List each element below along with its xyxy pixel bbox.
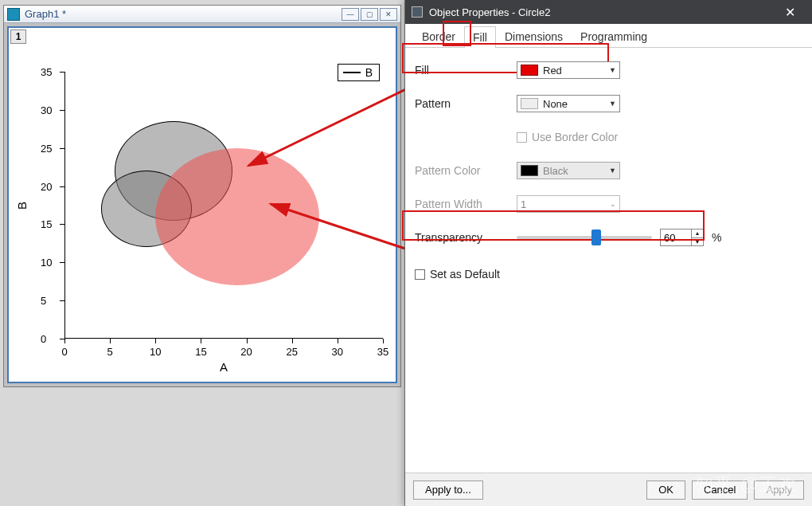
tick-label-y: 30	[41, 104, 52, 116]
pattern-swatch	[521, 98, 538, 109]
pattern-color-swatch	[521, 165, 538, 176]
tick-y	[60, 110, 64, 111]
dialog-content: Fill Red ▼ Pattern None ▼ Use Border Col…	[405, 48, 812, 473]
pattern-color-combo: Black ▼	[517, 162, 620, 179]
graph-body: 1 B A B 0510152025303505101520253035	[7, 26, 397, 383]
graph-title: Graph1 *	[25, 8, 342, 20]
transparency-slider[interactable]	[517, 236, 652, 239]
pattern-combo[interactable]: None ▼	[517, 95, 620, 112]
fill-combo[interactable]: Red ▼	[517, 61, 620, 79]
chevron-down-icon: ▼	[609, 167, 616, 175]
tick-label-x: 35	[377, 346, 388, 358]
tick-label-x: 30	[332, 346, 343, 358]
close-button[interactable]: ✕	[380, 8, 397, 21]
chevron-down-icon: ▼	[609, 66, 616, 74]
dialog-title: Object Properties - Circle2	[429, 6, 774, 18]
graph-icon	[7, 8, 20, 21]
tick-x	[201, 339, 201, 343]
dialog-footer: Apply to... OK Cancel Apply	[405, 473, 812, 506]
close-icon[interactable]: ✕	[774, 5, 806, 20]
checkbox-box	[517, 132, 527, 143]
tick-label-y: 10	[41, 257, 52, 269]
axis-label-x: A	[220, 360, 228, 374]
cancel-button[interactable]: Cancel	[692, 481, 748, 500]
shape-circle2[interactable]	[155, 148, 319, 285]
tick-y	[60, 262, 64, 263]
tick-x	[155, 339, 156, 343]
tick-label-y: 25	[41, 142, 52, 154]
tick-label-y: 5	[41, 295, 46, 307]
tick-label-y: 0	[41, 333, 46, 345]
tick-label-x: 10	[150, 346, 161, 358]
apply-to-button[interactable]: Apply to...	[413, 481, 483, 500]
tick-y	[60, 148, 64, 149]
chevron-down-icon: ⌄	[610, 200, 616, 208]
tick-label-y: 15	[41, 218, 52, 230]
tick-y	[60, 72, 64, 73]
pattern-value: None	[543, 98, 604, 110]
pattern-width-value: 1	[521, 198, 607, 210]
pattern-color-label: Pattern Color	[415, 164, 509, 177]
maximize-button[interactable]: ▢	[361, 8, 378, 21]
pattern-color-value: Black	[543, 165, 604, 177]
axis-label-y: B	[15, 201, 29, 209]
object-properties-dialog: Object Properties - Circle2 ✕ BorderFill…	[404, 0, 812, 506]
tick-x	[338, 339, 338, 343]
tick-x	[383, 339, 384, 343]
tick-x	[247, 339, 248, 343]
tick-y	[60, 300, 64, 301]
use-border-color-checkbox: Use Border Color	[517, 131, 618, 143]
pattern-width-label: Pattern Width	[415, 198, 509, 210]
set-default-label: Set as Default	[430, 268, 500, 280]
tick-label-x: 20	[240, 346, 252, 358]
graph-titlebar[interactable]: Graph1 * — ▢ ✕	[4, 6, 400, 23]
tick-label-x: 5	[107, 346, 113, 358]
set-default-checkbox[interactable]: Set as Default	[415, 268, 500, 280]
tick-label-x: 0	[61, 346, 67, 358]
layer-tab[interactable]: 1	[10, 29, 26, 44]
fill-swatch	[521, 65, 538, 76]
tick-label-x: 15	[195, 346, 206, 358]
minimize-button[interactable]: —	[342, 8, 359, 21]
tick-y	[60, 339, 64, 339]
chevron-down-icon: ▼	[609, 100, 616, 108]
tick-x	[64, 339, 65, 343]
use-border-color-label: Use Border Color	[532, 131, 618, 143]
dialog-icon	[412, 6, 423, 18]
checkbox-box	[415, 269, 425, 280]
fill-value: Red	[543, 65, 604, 76]
tick-y	[60, 224, 64, 225]
tick-label-x: 25	[286, 346, 297, 358]
tick-y	[60, 186, 64, 187]
transparency-unit: %	[712, 231, 721, 244]
slider-thumb[interactable]	[591, 229, 601, 245]
graph-window: Graph1 * — ▢ ✕ 1 B A B 05101520253035051…	[3, 5, 401, 387]
tick-x	[110, 339, 111, 343]
apply-button[interactable]: Apply	[754, 481, 804, 500]
tick-label-y: 35	[41, 66, 52, 78]
tick-label-y: 20	[41, 180, 52, 192]
ok-button[interactable]: OK	[646, 481, 685, 500]
plot-area[interactable]: B A B 0510152025303505101520253035	[64, 72, 383, 339]
tick-x	[292, 339, 293, 343]
pattern-label: Pattern	[415, 97, 509, 110]
